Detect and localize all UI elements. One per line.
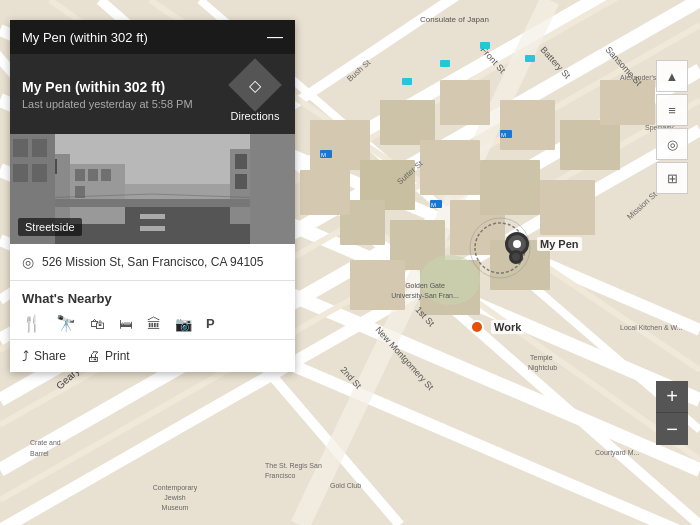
svg-text:Nightclub: Nightclub bbox=[528, 364, 557, 372]
svg-rect-33 bbox=[540, 180, 595, 235]
nearby-section: What's Nearby 🍴 🔭 🛍 🛏 🏛 📷 P bbox=[10, 281, 295, 340]
svg-rect-72 bbox=[525, 55, 535, 62]
print-label: Print bbox=[105, 349, 130, 363]
svg-rect-74 bbox=[402, 78, 412, 85]
panel-close-button[interactable]: — bbox=[267, 28, 283, 46]
svg-rect-80 bbox=[140, 214, 165, 219]
svg-rect-73 bbox=[440, 60, 450, 67]
panel-header: My Pen (within 302 ft) — bbox=[10, 20, 295, 54]
svg-rect-27 bbox=[300, 170, 350, 215]
my-pen-label: My Pen bbox=[537, 237, 582, 251]
svg-rect-31 bbox=[350, 260, 405, 310]
zoom-controls: + − bbox=[656, 381, 688, 445]
compass-button[interactable]: ▲ bbox=[656, 60, 688, 92]
svg-text:M: M bbox=[321, 152, 326, 158]
print-icon: 🖨 bbox=[86, 348, 100, 364]
svg-rect-106 bbox=[32, 164, 47, 182]
svg-text:Golden Gate: Golden Gate bbox=[405, 282, 445, 289]
svg-rect-34 bbox=[560, 120, 620, 170]
svg-text:Courtyard M...: Courtyard M... bbox=[595, 449, 639, 457]
svg-rect-71 bbox=[480, 42, 490, 49]
svg-text:Contemporary: Contemporary bbox=[153, 484, 198, 492]
svg-rect-35 bbox=[600, 80, 655, 125]
location-icon: ◎ bbox=[22, 254, 34, 270]
layers-button[interactable]: ⊞ bbox=[656, 162, 688, 194]
nearby-parking-icon[interactable]: P bbox=[206, 316, 215, 331]
nearby-photo-icon[interactable]: 📷 bbox=[175, 316, 192, 332]
directions-button[interactable]: ◇ Directions bbox=[227, 66, 283, 122]
svg-text:Jewish: Jewish bbox=[164, 494, 186, 501]
address-section: ◎ 526 Mission St, San Francisco, CA 9410… bbox=[10, 244, 295, 281]
nearby-title: What's Nearby bbox=[22, 291, 283, 306]
share-icon: ⤴ bbox=[22, 348, 29, 364]
streetside-container[interactable]: Streetside bbox=[10, 134, 295, 244]
view-controls: ▲ ≡ ◎ ⊞ bbox=[656, 60, 688, 194]
nearby-food-icon[interactable]: 🍴 bbox=[22, 314, 42, 333]
nearby-hotel-icon[interactable]: 🛏 bbox=[119, 316, 133, 332]
nearby-icons: 🍴 🔭 🛍 🛏 🏛 📷 P bbox=[22, 314, 283, 333]
panel-updated: Last updated yesterday at 5:58 PM bbox=[22, 98, 193, 110]
svg-rect-81 bbox=[140, 226, 165, 231]
svg-rect-21 bbox=[440, 80, 490, 125]
panel-body-text: My Pen (within 302 ft) Last updated yest… bbox=[22, 79, 193, 110]
svg-rect-28 bbox=[480, 160, 540, 215]
panel-body: My Pen (within 302 ft) Last updated yest… bbox=[10, 54, 295, 134]
svg-text:Alexander's: Alexander's bbox=[620, 74, 657, 81]
svg-rect-20 bbox=[380, 100, 435, 145]
svg-rect-90 bbox=[88, 169, 98, 181]
panel-name: My Pen (within 302 ft) bbox=[22, 79, 193, 95]
share-button[interactable]: ⤴ Share bbox=[22, 348, 66, 364]
svg-rect-107 bbox=[250, 134, 295, 244]
streetside-badge: Streetside bbox=[18, 218, 82, 236]
svg-rect-89 bbox=[75, 169, 85, 181]
info-panel: My Pen (within 302 ft) — My Pen (within … bbox=[10, 20, 295, 372]
work-label: Work bbox=[491, 320, 524, 334]
svg-rect-94 bbox=[235, 154, 247, 169]
svg-rect-103 bbox=[13, 139, 28, 157]
svg-text:Local Kitchen & W...: Local Kitchen & W... bbox=[620, 324, 683, 331]
zoom-out-button[interactable]: − bbox=[656, 413, 688, 445]
svg-rect-29 bbox=[500, 100, 555, 150]
svg-rect-104 bbox=[32, 139, 47, 157]
address-text: 526 Mission St, San Francisco, CA 94105 bbox=[42, 255, 263, 269]
svg-text:The St. Regis San: The St. Regis San bbox=[265, 462, 322, 470]
nearby-museum-icon[interactable]: 🏛 bbox=[147, 316, 161, 332]
svg-rect-91 bbox=[101, 169, 111, 181]
svg-text:M: M bbox=[431, 202, 436, 208]
panel-header-title: My Pen (within 302 ft) bbox=[22, 30, 148, 45]
svg-rect-105 bbox=[13, 164, 28, 182]
svg-rect-23 bbox=[420, 140, 480, 195]
svg-text:Barrel: Barrel bbox=[30, 450, 49, 457]
svg-text:Consulate of Japan: Consulate of Japan bbox=[420, 15, 489, 24]
action-section: ⤴ Share 🖨 Print bbox=[10, 340, 295, 372]
my-pen-marker[interactable]: My Pen bbox=[505, 232, 582, 256]
svg-text:Gold Club: Gold Club bbox=[330, 482, 361, 489]
road-view-button[interactable]: ≡ bbox=[656, 94, 688, 126]
nearby-binoculars-icon[interactable]: 🔭 bbox=[56, 314, 76, 333]
svg-text:Crate and: Crate and bbox=[30, 439, 61, 446]
svg-text:University-San Fran...: University-San Fran... bbox=[391, 292, 459, 300]
share-label: Share bbox=[34, 349, 66, 363]
svg-rect-97 bbox=[235, 174, 247, 189]
svg-text:Francisco: Francisco bbox=[265, 472, 295, 479]
location-target-button[interactable]: ◎ bbox=[656, 128, 688, 160]
svg-text:Museum: Museum bbox=[162, 504, 189, 511]
work-marker[interactable]: Work bbox=[470, 320, 524, 334]
nearby-shopping-icon[interactable]: 🛍 bbox=[90, 315, 105, 332]
svg-text:M: M bbox=[501, 132, 506, 138]
zoom-in-button[interactable]: + bbox=[656, 381, 688, 413]
svg-text:Temple: Temple bbox=[530, 354, 553, 362]
print-button[interactable]: 🖨 Print bbox=[86, 348, 130, 364]
